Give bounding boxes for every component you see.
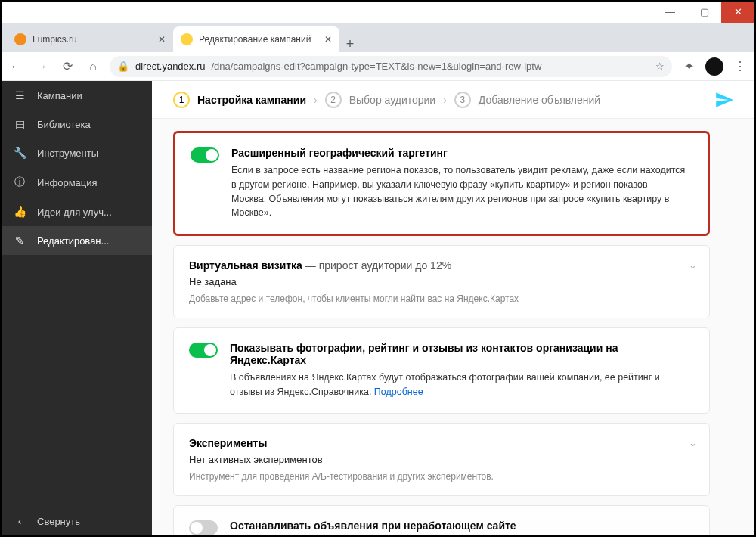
info-icon: ⓘ — [13, 175, 26, 189]
stepper: 1 Настройка кампании › 2 Выбор аудитории… — [152, 81, 755, 119]
page: ☰Кампании ▤Библиотека 🔧Инструменты ⓘИнфо… — [1, 81, 755, 537]
bookmark-star-icon[interactable]: ☆ — [655, 61, 665, 72]
back-button[interactable]: ← — [7, 60, 25, 73]
menu-icon: ☰ — [13, 89, 26, 101]
window-titlebar: — ▢ ✕ — [1, 1, 755, 23]
card-description: Если в запросе есть название региона пок… — [231, 163, 689, 220]
window-minimize-button[interactable]: — — [653, 1, 687, 23]
step-number: 1 — [173, 92, 190, 108]
library-icon: ▤ — [13, 118, 26, 130]
thumbs-up-icon: 👍 — [13, 206, 26, 218]
window-close-button[interactable]: ✕ — [721, 1, 755, 23]
toggle-geo-targeting[interactable] — [191, 147, 219, 163]
card-title: Виртуальная визитка — прирост аудитории … — [189, 259, 691, 272]
pencil-icon: ✎ — [13, 234, 26, 247]
card-experiments[interactable]: ⌄ Эксперименты Нет активных эксперименто… — [173, 423, 710, 496]
browser-tab-active[interactable]: Редактирование кампаний ✕ — [173, 26, 339, 52]
reload-button[interactable]: ⟳ — [58, 59, 76, 73]
card-description: В объявлениях на Яндекс.Картах будут ото… — [230, 371, 691, 399]
sidebar-item-ideas[interactable]: 👍Идеи для улуч... — [1, 197, 152, 226]
card-title: Останавливать объявления при неработающе… — [230, 520, 691, 532]
chevron-left-icon: ‹ — [13, 515, 26, 527]
chevron-down-icon: ⌄ — [689, 259, 697, 271]
card-stop-ads: Останавливать объявления при неработающе… — [173, 505, 710, 538]
forward-button[interactable]: → — [33, 60, 51, 73]
url-path: /dna/campaigns-edit?campaign-type=TEXT&i… — [212, 61, 542, 72]
sidebar-item-label: Идеи для улуч... — [37, 206, 112, 218]
url-host: direct.yandex.ru — [135, 61, 206, 72]
extensions-icon[interactable]: ✦ — [680, 59, 698, 73]
sidebar-item-info[interactable]: ⓘИнформация — [1, 167, 152, 197]
step-label[interactable]: Выбор аудитории — [349, 94, 436, 106]
step-number: 3 — [454, 92, 471, 108]
card-title: Показывать фотографии, рейтинг и отзывы … — [230, 342, 691, 366]
sidebar-item-label: Информация — [37, 177, 98, 188]
profile-avatar[interactable] — [705, 57, 723, 76]
step-number: 2 — [325, 92, 342, 108]
sidebar-item-campaigns[interactable]: ☰Кампании — [1, 81, 152, 110]
settings-content: Расширенный географический таргетинг Есл… — [152, 119, 755, 537]
chevron-down-icon: ⌄ — [689, 437, 697, 449]
tab-title: Редактирование кампаний — [199, 34, 311, 45]
lock-icon: 🔒 — [117, 61, 129, 72]
send-icon[interactable] — [714, 90, 734, 110]
tab-title: Lumpics.ru — [33, 34, 77, 45]
main-content: 1 Настройка кампании › 2 Выбор аудитории… — [152, 81, 755, 537]
card-hint: Добавьте адрес и телефон, чтобы клиенты … — [189, 293, 691, 304]
sidebar-item-label: Редактирован... — [37, 235, 109, 247]
browser-menu-icon[interactable]: ⋮ — [731, 59, 749, 73]
chevron-right-icon: › — [314, 94, 318, 106]
close-tab-icon[interactable]: ✕ — [158, 34, 166, 45]
browser-toolbar: ← → ⟳ ⌂ 🔒 direct.yandex.ru/dna/campaigns… — [1, 52, 755, 81]
step-label[interactable]: Добавление объявлений — [479, 94, 600, 106]
card-virtual-card[interactable]: ⌄ Виртуальная визитка — прирост аудитори… — [173, 245, 710, 318]
sidebar-item-label: Библиотека — [37, 119, 91, 130]
browser-tabstrip: Lumpics.ru ✕ Редактирование кампаний ✕ + — [1, 23, 755, 52]
new-tab-button[interactable]: + — [339, 36, 361, 52]
window-maximize-button[interactable]: ▢ — [687, 1, 721, 23]
sidebar-item-label: Кампании — [37, 90, 82, 101]
toggle-show-photos[interactable] — [189, 343, 218, 358]
sidebar-item-edit[interactable]: ✎Редактирован... — [1, 226, 152, 255]
sidebar: ☰Кампании ▤Библиотека 🔧Инструменты ⓘИнфо… — [1, 81, 152, 537]
step-label[interactable]: Настройка кампании — [197, 94, 306, 106]
wrench-icon: 🔧 — [13, 147, 26, 159]
close-tab-icon[interactable]: ✕ — [324, 34, 332, 45]
sidebar-item-label: Инструменты — [37, 147, 98, 159]
card-value: Не задана — [189, 276, 691, 287]
favicon-icon — [181, 33, 193, 45]
toggle-stop-ads[interactable] — [189, 520, 218, 535]
browser-tab[interactable]: Lumpics.ru ✕ — [7, 26, 173, 52]
card-show-photos: Показывать фотографии, рейтинг и отзывы … — [173, 327, 710, 414]
sidebar-item-tools[interactable]: 🔧Инструменты — [1, 138, 152, 167]
sidebar-item-library[interactable]: ▤Библиотека — [1, 110, 152, 138]
address-bar[interactable]: 🔒 direct.yandex.ru/dna/campaigns-edit?ca… — [110, 56, 672, 77]
card-title: Эксперименты — [189, 437, 691, 449]
card-value: Нет активных экспериментов — [189, 454, 691, 465]
favicon-icon — [14, 33, 26, 45]
card-title: Расширенный географический таргетинг — [231, 147, 689, 159]
card-hint: Инструмент для проведения А/Б-тестирован… — [189, 471, 691, 482]
home-button[interactable]: ⌂ — [84, 60, 102, 73]
learn-more-link[interactable]: Подробнее — [374, 386, 423, 397]
sidebar-collapse-label: Свернуть — [37, 516, 80, 527]
card-geo-targeting: Расширенный географический таргетинг Есл… — [173, 131, 710, 236]
chevron-right-icon: › — [443, 94, 447, 106]
sidebar-collapse-button[interactable]: ‹Свернуть — [1, 504, 152, 537]
